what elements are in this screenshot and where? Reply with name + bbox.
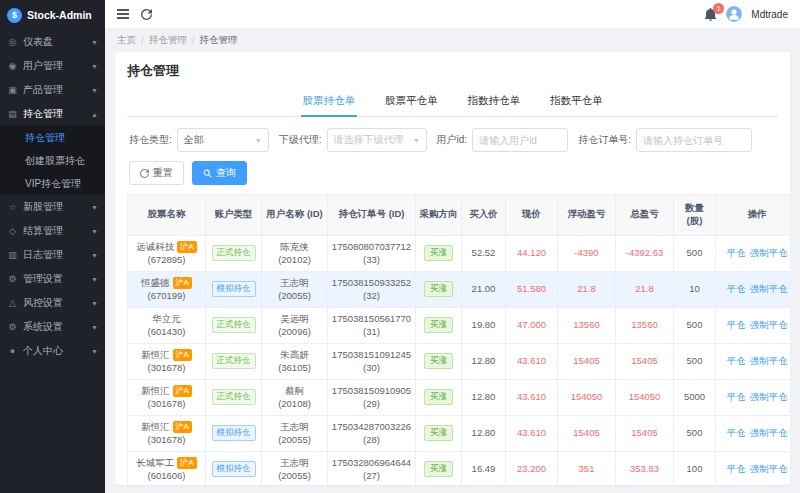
chevron-down-icon: ▼ bbox=[91, 39, 98, 46]
total-pl: 15405 bbox=[616, 415, 674, 451]
column-header: 股票名称 bbox=[128, 195, 206, 236]
user-id-input[interactable] bbox=[479, 135, 561, 146]
force-close-link[interactable]: 强制平仓 bbox=[750, 427, 788, 438]
user-avatar[interactable] bbox=[726, 6, 742, 22]
stock-name: 长城军工沪A bbox=[130, 456, 203, 469]
buy-price: 19.80 bbox=[462, 307, 506, 343]
quantity: 10 bbox=[674, 271, 716, 307]
close-position-link[interactable]: 平仓 bbox=[727, 463, 746, 474]
stock-board-tag: 沪A bbox=[177, 241, 196, 253]
close-position-link[interactable]: 平仓 bbox=[727, 355, 746, 366]
column-header: 总盈亏 bbox=[616, 195, 674, 236]
chevron-down-icon: ▼ bbox=[91, 228, 98, 235]
user-name: 王志明 bbox=[264, 276, 325, 289]
products-icon: ▣ bbox=[7, 85, 18, 95]
buy-price: 12.80 bbox=[462, 343, 506, 379]
reset-label: 重置 bbox=[153, 166, 173, 180]
sidebar-item[interactable]: △风控设置▼ bbox=[0, 291, 105, 315]
direction-badge: 买涨 bbox=[424, 389, 453, 405]
sidebar-item-label: 新股管理 bbox=[23, 200, 86, 214]
sidebar-item-label: 系统设置 bbox=[23, 320, 86, 334]
column-header: 用户名称 (ID) bbox=[262, 195, 328, 236]
tab-active[interactable]: 股票持仓单 bbox=[301, 89, 358, 117]
sidebar-item[interactable]: ◉用户管理▼ bbox=[0, 54, 105, 78]
account-type-badge: 模拟持仓 bbox=[212, 425, 256, 441]
agent-select[interactable]: 请选择下级代理 ▼ bbox=[327, 128, 427, 152]
total-pl: 353.83 bbox=[616, 451, 674, 485]
sidebar-item-label: 结算管理 bbox=[23, 224, 86, 238]
menu-collapse-icon[interactable] bbox=[117, 9, 129, 19]
sidebar-item[interactable]: ◇结算管理▼ bbox=[0, 219, 105, 243]
position-type-label: 持仓类型: bbox=[129, 133, 172, 147]
breadcrumb-item[interactable]: 主页 bbox=[117, 34, 136, 47]
tab-item[interactable]: 指数平仓单 bbox=[548, 89, 605, 117]
filter-bar: 持仓类型: 全部 ▼ 下级代理: 请选择下级代理 ▼ 用户id: 持仓订单号: bbox=[127, 128, 778, 152]
positions-tbody: 远诚科技沪A(672895)正式持仓陈克侠(20102)175080807037… bbox=[128, 235, 791, 485]
quantity: 500 bbox=[674, 235, 716, 271]
floating-pl: 21.8 bbox=[558, 271, 616, 307]
order-number: 175032806964644 (27) bbox=[328, 451, 416, 485]
refresh-icon[interactable] bbox=[141, 9, 152, 20]
reset-button[interactable]: 重置 bbox=[129, 161, 184, 185]
stock-name: 华立元 bbox=[130, 312, 203, 325]
total-pl: 15405 bbox=[616, 343, 674, 379]
chevron-down-icon: ▼ bbox=[91, 204, 98, 211]
sidebar-subitem[interactable]: 创建股票持仓 bbox=[0, 149, 105, 172]
search-label: 查询 bbox=[216, 166, 236, 180]
table-row: 长城军工沪A(601606)模拟持仓王志明(20055)175032806964… bbox=[128, 451, 791, 485]
breadcrumb-separator: / bbox=[141, 35, 144, 46]
positions-icon: ▤ bbox=[7, 109, 18, 119]
breadcrumb-item[interactable]: 持仓管理 bbox=[149, 34, 187, 47]
sidebar-subitem[interactable]: 持仓管理 bbox=[0, 126, 105, 149]
sidebar-item[interactable]: ◎仪表盘▼ bbox=[0, 30, 105, 54]
stock-board-tag: 沪A bbox=[177, 457, 196, 469]
buy-price: 21.00 bbox=[462, 271, 506, 307]
order-no-input[interactable] bbox=[643, 135, 745, 146]
force-close-link[interactable]: 强制平仓 bbox=[750, 283, 788, 294]
user-name: 陈克侠 bbox=[264, 240, 325, 253]
close-position-link[interactable]: 平仓 bbox=[727, 319, 746, 330]
notification-bell-icon[interactable]: 1 bbox=[704, 8, 717, 21]
tab-item[interactable]: 指数持仓单 bbox=[466, 89, 523, 117]
sidebar-item[interactable]: ☆新股管理▼ bbox=[0, 195, 105, 219]
sidebar-item[interactable]: ▣产品管理▼ bbox=[0, 78, 105, 102]
username-dropdown[interactable]: Mdtrade bbox=[751, 9, 788, 20]
force-close-link[interactable]: 强制平仓 bbox=[750, 463, 788, 474]
total-pl: 13560 bbox=[616, 307, 674, 343]
agent-label: 下级代理: bbox=[279, 133, 322, 147]
quantity: 100 bbox=[674, 451, 716, 485]
positions-card: 持仓管理 股票持仓单股票平仓单指数持仓单指数平仓单 持仓类型: 全部 ▼ 下级代… bbox=[115, 52, 790, 485]
sidebar-item[interactable]: ⚙系统设置▼ bbox=[0, 315, 105, 339]
force-close-link[interactable]: 强制平仓 bbox=[750, 391, 788, 402]
sidebar-item[interactable]: ⚙管理设置▼ bbox=[0, 267, 105, 291]
close-position-link[interactable]: 平仓 bbox=[727, 283, 746, 294]
position-type-select[interactable]: 全部 ▼ bbox=[177, 128, 269, 152]
content: 持仓管理 股票持仓单股票平仓单指数持仓单指数平仓单 持仓类型: 全部 ▼ 下级代… bbox=[105, 52, 800, 493]
sidebar-item[interactable]: ▥日志管理▼ bbox=[0, 243, 105, 267]
table-row: 新恒汇沪A(301678)模拟持仓王志明(20055)1750342870032… bbox=[128, 415, 791, 451]
close-position-link[interactable]: 平仓 bbox=[727, 427, 746, 438]
chevron-down-icon: ▼ bbox=[91, 300, 98, 307]
force-close-link[interactable]: 强制平仓 bbox=[750, 247, 788, 258]
sidebar-subitem[interactable]: VIP持仓管理 bbox=[0, 172, 105, 195]
search-button[interactable]: 查询 bbox=[192, 161, 247, 185]
users-icon: ◉ bbox=[7, 61, 18, 71]
table-row: 新恒汇沪A(301678)正式持仓蔡舸(20108)17503815091090… bbox=[128, 379, 791, 415]
force-close-link[interactable]: 强制平仓 bbox=[750, 319, 788, 330]
force-close-link[interactable]: 强制平仓 bbox=[750, 355, 788, 366]
sidebar-item[interactable]: ●个人中心▼ bbox=[0, 339, 105, 363]
dashboard-icon: ◎ bbox=[7, 37, 18, 47]
sidebar-item-label: 风控设置 bbox=[23, 296, 86, 310]
table-header-row: 股票名称账户类型用户名称 (ID)持仓订单号 (ID)采购方向买入价现价浮动盈亏… bbox=[128, 195, 791, 236]
column-header: 买入价 bbox=[462, 195, 506, 236]
account-type-badge: 模拟持仓 bbox=[212, 281, 256, 297]
tab-item[interactable]: 股票平仓单 bbox=[383, 89, 440, 117]
sidebar-item[interactable]: ▤持仓管理▲ bbox=[0, 102, 105, 126]
user-id-field-wrap bbox=[472, 128, 568, 152]
account-type-badge: 模拟持仓 bbox=[212, 461, 256, 477]
chevron-up-icon: ▲ bbox=[91, 111, 98, 118]
close-position-link[interactable]: 平仓 bbox=[727, 391, 746, 402]
floating-pl: -4390 bbox=[558, 235, 616, 271]
sidebar-item-label: 日志管理 bbox=[23, 248, 86, 262]
close-position-link[interactable]: 平仓 bbox=[727, 247, 746, 258]
